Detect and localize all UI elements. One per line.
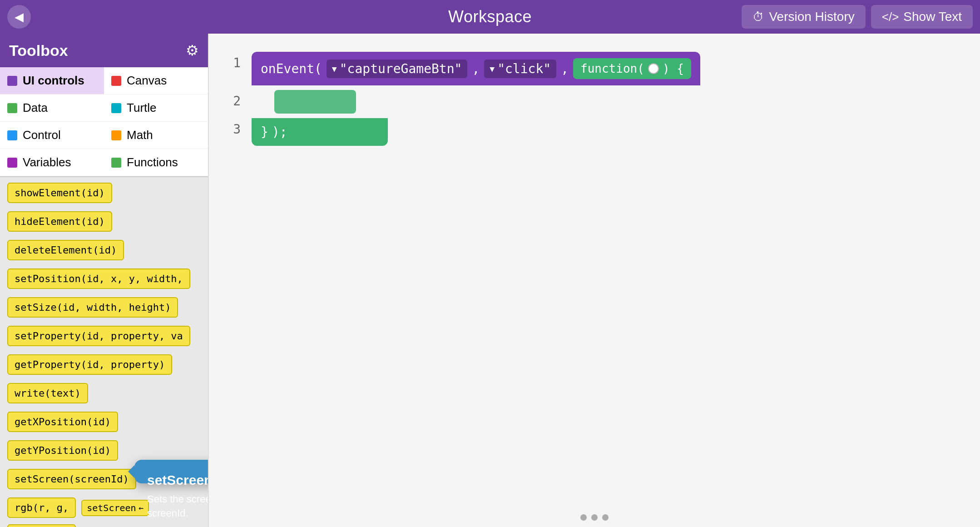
toolbox-header: Toolbox ⚙ (0, 34, 208, 67)
category-data[interactable]: Data (0, 94, 104, 122)
variables-color (7, 158, 17, 168)
data-label: Data (23, 101, 48, 115)
line-number-1: 1 (223, 52, 241, 70)
code-line-3: 3 } ); (223, 118, 966, 146)
line3-block[interactable]: } ); (252, 118, 388, 146)
functions-label: Functions (127, 155, 178, 169)
setscreen-inline-label: setScreen (87, 502, 136, 513)
code-icon: </> (882, 10, 899, 24)
block-delete-element[interactable]: deleteElement(id) (7, 240, 124, 260)
category-functions[interactable]: Functions (104, 149, 208, 176)
category-canvas[interactable]: Canvas (104, 67, 208, 94)
workspace-title: Workspace (448, 7, 532, 26)
dropdown1-arrow: ▼ (332, 64, 337, 74)
control-color (7, 130, 17, 140)
category-variables[interactable]: Variables (0, 149, 104, 176)
function-block[interactable]: function( ) { (573, 58, 691, 79)
back-button[interactable]: ◀ (7, 5, 31, 29)
arrow-icon: ← (139, 503, 144, 512)
line-number-2: 2 (223, 90, 241, 109)
functions-color (111, 158, 121, 168)
block-open-url[interactable]: open(url) (7, 524, 76, 527)
variables-label: Variables (23, 155, 71, 169)
category-grid: UI controls Canvas Data Turtle Control M… (0, 67, 208, 177)
block-set-screen[interactable]: setScreen(screenId) (7, 469, 136, 489)
bottom-dots (580, 514, 609, 521)
function-suffix: ) { (663, 62, 684, 75)
dropdown2-value: "click" (497, 61, 551, 76)
header-actions: ⏱ Version History </> Show Text (742, 5, 973, 29)
show-text-label: Show Text (903, 10, 962, 24)
block-set-screen-wrapper: setScreen(screenId) setScreen(screenId) … (7, 469, 136, 491)
header: ◀ Workspace ⏱ Version History </> Show T… (0, 0, 980, 34)
click-dropdown[interactable]: ▼ "click" (484, 60, 556, 78)
show-text-button[interactable]: </> Show Text (871, 5, 973, 29)
code-line-2: 2 (223, 90, 966, 114)
tooltip-popup: setScreen(screenId) Sets the screen to t… (134, 460, 208, 483)
tooltip-title: setScreen(screenId) (147, 472, 208, 488)
data-color (7, 103, 17, 113)
block-show-element[interactable]: showElement(id) (7, 183, 112, 203)
toolbox-title: Toolbox (9, 42, 68, 60)
code-area: 1 onEvent( ▼ "captureGameBtn" , ▼ "click… (209, 34, 980, 169)
dropdown2-arrow: ▼ (490, 64, 495, 74)
ui-controls-color (7, 76, 17, 86)
line3-suffix: ); (272, 124, 287, 139)
block-set-property[interactable]: setProperty(id, property, va (7, 326, 190, 346)
on-event-block[interactable]: onEvent( ▼ "captureGameBtn" , ▼ "click" … (252, 52, 700, 85)
comma1: , (472, 61, 480, 76)
closing-brace: } (261, 124, 268, 139)
function-label: function( (580, 62, 644, 75)
block-get-property[interactable]: getProperty(id, property) (7, 354, 172, 375)
dropdown1-value: "captureGameBtn" (340, 61, 462, 76)
block-rgb[interactable]: rgb(r, g, (7, 497, 76, 518)
capture-game-btn-dropdown[interactable]: ▼ "captureGameBtn" (327, 60, 468, 78)
blocks-list: showElement(id) hideElement(id) deleteEl… (0, 177, 208, 527)
tooltip-description: Sets the screen to the given screenId. (147, 492, 208, 521)
version-history-label: Version History (769, 10, 854, 24)
dot-3 (602, 514, 609, 521)
turtle-color (111, 103, 121, 113)
block-set-position[interactable]: setPosition(id, x, y, width, (7, 268, 190, 289)
on-event-prefix: onEvent( (261, 61, 322, 76)
gear-icon[interactable]: ⚙ (186, 42, 199, 59)
category-control[interactable]: Control (0, 122, 104, 149)
block-hide-element[interactable]: hideElement(id) (7, 211, 112, 232)
main-layout: Toolbox ⚙ UI controls Canvas Data Turtle (0, 34, 980, 527)
math-color (111, 130, 121, 140)
function-circle (648, 63, 659, 74)
code-line-1: 1 onEvent( ▼ "captureGameBtn" , ▼ "click… (223, 52, 966, 85)
ui-controls-label: UI controls (23, 74, 84, 88)
turtle-label: Turtle (127, 101, 157, 115)
block-get-y-position[interactable]: getYPosition(id) (7, 440, 118, 461)
dot-1 (580, 514, 587, 521)
canvas-label: Canvas (127, 74, 167, 88)
category-turtle[interactable]: Turtle (104, 94, 208, 122)
canvas-color (111, 76, 121, 86)
block-get-x-position[interactable]: getXPosition(id) (7, 412, 118, 432)
block-write-text[interactable]: write(text) (7, 383, 88, 403)
toolbox-panel: Toolbox ⚙ UI controls Canvas Data Turtle (0, 34, 209, 527)
block-setscreen-inline[interactable]: setScreen ← (81, 500, 149, 516)
control-label: Control (23, 128, 61, 142)
back-icon: ◀ (15, 10, 24, 24)
version-icon: ⏱ (752, 10, 764, 24)
line-number-3: 3 (223, 118, 241, 137)
version-history-button[interactable]: ⏱ Version History (742, 5, 865, 29)
workspace-area[interactable]: 1 onEvent( ▼ "captureGameBtn" , ▼ "click… (209, 34, 980, 527)
block-set-size[interactable]: setSize(id, width, height) (7, 297, 178, 318)
line1-blocks: onEvent( ▼ "captureGameBtn" , ▼ "click" … (252, 52, 700, 85)
comma2: , (561, 61, 569, 76)
math-label: Math (127, 128, 153, 142)
category-math[interactable]: Math (104, 122, 208, 149)
dot-2 (591, 514, 598, 521)
line2-empty-block[interactable] (274, 90, 356, 114)
category-ui-controls[interactable]: UI controls (0, 67, 104, 94)
